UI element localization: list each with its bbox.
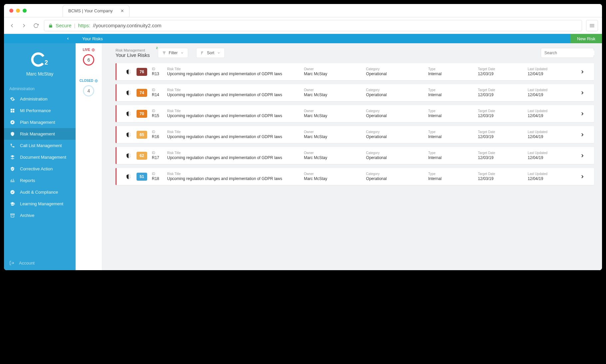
sidebar-item-risk-management[interactable]: Risk Management	[4, 128, 76, 140]
account-label: Account	[19, 261, 35, 266]
browser-menu-button[interactable]	[586, 20, 598, 31]
url-host: //yourcompany.continuity2.com	[93, 23, 161, 28]
risk-updated: 12/04/19	[528, 134, 577, 139]
risk-target-date: 12/03/19	[478, 155, 527, 160]
shield-icon	[123, 69, 135, 75]
app: Your Risks New Risk 2 Marc McStay Admini…	[4, 34, 602, 270]
col-label: Risk Title	[167, 130, 304, 134]
globe-icon	[95, 79, 98, 83]
col-label: Owner	[304, 130, 366, 134]
col-label: Target Date	[478, 88, 527, 92]
col-label: Category	[366, 151, 428, 155]
col-label: Category	[366, 88, 428, 92]
layers-icon	[9, 155, 15, 160]
col-label: Target Date	[478, 172, 527, 176]
filter-button[interactable]: 2 Filter	[158, 48, 188, 58]
col-label: Last Updated	[528, 151, 577, 155]
sidebar-item-plan-management[interactable]: Plan Management	[4, 116, 76, 128]
status-live[interactable]: LIVE 6	[83, 48, 95, 66]
col-label: ID	[152, 151, 167, 155]
sidebar-item-learning-management[interactable]: Learning Management	[4, 198, 76, 210]
closed-label: CLOSED	[80, 79, 94, 83]
risk-type: Internal	[428, 92, 478, 97]
sidebar-item-call-list-management[interactable]: Call List Management	[4, 140, 76, 151]
risk-type: Internal	[428, 113, 478, 118]
risk-row[interactable]: 76 IDR13 Risk TitleUpcoming regulation c…	[116, 63, 594, 80]
risk-updated: 12/04/19	[528, 176, 577, 181]
risk-category: Operational	[366, 176, 428, 181]
chevron-right-icon	[577, 90, 587, 95]
window-min-dot[interactable]	[16, 9, 20, 13]
sidebar-item-label: Call List Management	[20, 143, 62, 148]
col-label: Category	[366, 130, 428, 134]
brand-logo: 2	[30, 51, 50, 68]
page-title: Risk Management Your Live Risks	[116, 48, 150, 58]
chevron-right-icon	[577, 111, 587, 116]
col-label: Last Updated	[528, 109, 577, 113]
sidebar-item-reports[interactable]: Reports	[4, 175, 76, 186]
check-circle-icon	[9, 190, 15, 195]
live-count: 6	[83, 54, 94, 66]
risk-owner: Marc McStay	[304, 176, 366, 181]
shield-icon	[123, 90, 135, 96]
risk-row[interactable]: 65 IDR16 Risk TitleUpcoming regulation c…	[116, 126, 594, 143]
status-closed[interactable]: CLOSED 4	[80, 79, 98, 96]
sidebar-item-mi-performance[interactable]: MI Performance	[4, 105, 76, 116]
col-label: Category	[366, 172, 428, 176]
new-risk-button[interactable]: New Risk	[570, 34, 602, 43]
risk-row[interactable]: 51 IDR18 Risk TitleUpcoming regulation c…	[116, 168, 594, 185]
closed-count: 4	[83, 85, 94, 96]
sidebar-item-label: Archive	[20, 213, 34, 218]
col-label: Target Date	[478, 67, 527, 71]
sidebar-item-administration[interactable]: Administration	[4, 93, 76, 105]
col-label: Last Updated	[528, 88, 577, 92]
risk-title: Upcoming regulation changes and implemen…	[167, 134, 304, 139]
risk-id: R16	[152, 134, 167, 139]
risk-row[interactable]: 74 IDR14 Risk TitleUpcoming regulation c…	[116, 84, 594, 101]
tab-close-icon[interactable]: ×	[121, 8, 124, 14]
sidebar-item-corrective-action[interactable]: Corrective Action	[4, 163, 76, 175]
dashboard-icon	[9, 108, 15, 113]
sort-button[interactable]: Sort	[196, 48, 225, 58]
sidebar: 2 Marc McStay Administration Administrat…	[4, 43, 76, 270]
sidebar-item-document-management[interactable]: Document Management	[4, 151, 76, 163]
forward-button[interactable]	[20, 22, 28, 30]
sidebar-item-label: Audit & Compliance	[20, 190, 58, 195]
shield-icon	[123, 174, 135, 180]
window-max-dot[interactable]	[23, 9, 27, 13]
risk-row[interactable]: 70 IDR15 Risk TitleUpcoming regulation c…	[116, 105, 594, 122]
svg-rect-19	[10, 214, 14, 215]
risk-title: Upcoming regulation changes and implemen…	[167, 176, 304, 181]
svg-rect-8	[13, 111, 14, 112]
back-button[interactable]	[8, 22, 16, 30]
chevron-down-icon	[217, 51, 220, 55]
col-label: ID	[152, 130, 167, 134]
search-input[interactable]	[544, 51, 594, 55]
window-close-dot[interactable]	[9, 9, 13, 13]
risk-score-badge: 76	[137, 68, 147, 76]
omnibox[interactable]: Secure | https://yourcompany.continuity2…	[44, 20, 582, 31]
traffic-lights	[9, 9, 27, 13]
sidebar-collapse-button[interactable]	[4, 34, 76, 43]
col-label: Risk Title	[167, 109, 304, 113]
col-label: Risk Title	[167, 67, 304, 71]
risk-target-date: 12/03/19	[478, 72, 527, 76]
sidebar-item-audit-compliance[interactable]: Audit & Compliance	[4, 186, 76, 198]
sidebar-section-label: Administration	[4, 83, 76, 93]
risk-id: R13	[152, 72, 167, 76]
title-sup: Risk Management	[116, 48, 150, 52]
sort-label: Sort	[207, 51, 214, 55]
breadcrumb: Your Risks	[76, 36, 110, 41]
risk-list: 76 IDR13 Risk TitleUpcoming regulation c…	[102, 61, 602, 193]
risk-owner: Marc McStay	[304, 134, 366, 139]
risk-updated: 12/04/19	[528, 113, 577, 118]
title-sub: Your Live Risks	[116, 52, 150, 58]
risk-row[interactable]: 62 IDR17 Risk TitleUpcoming regulation c…	[116, 147, 594, 164]
search-box[interactable]	[541, 48, 594, 58]
col-label: Last Updated	[528, 67, 577, 71]
reload-button[interactable]	[32, 22, 40, 30]
browser-tab[interactable]: BCMS | Your Company ×	[63, 5, 130, 17]
chevron-right-icon	[577, 69, 587, 75]
account-link[interactable]: Account	[4, 256, 76, 270]
sidebar-item-archive[interactable]: Archive	[4, 210, 76, 221]
